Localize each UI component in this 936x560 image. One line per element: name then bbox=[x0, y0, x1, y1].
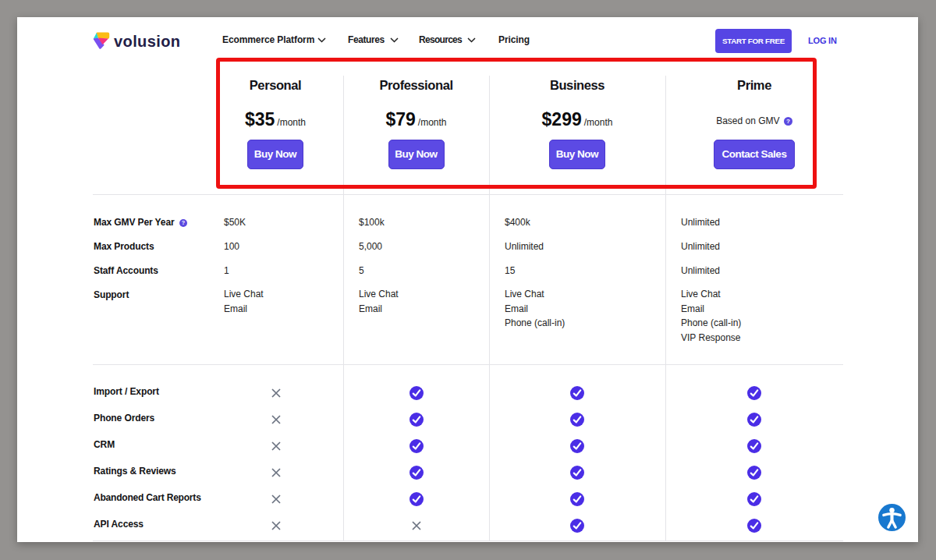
svg-text:?: ? bbox=[182, 219, 186, 226]
